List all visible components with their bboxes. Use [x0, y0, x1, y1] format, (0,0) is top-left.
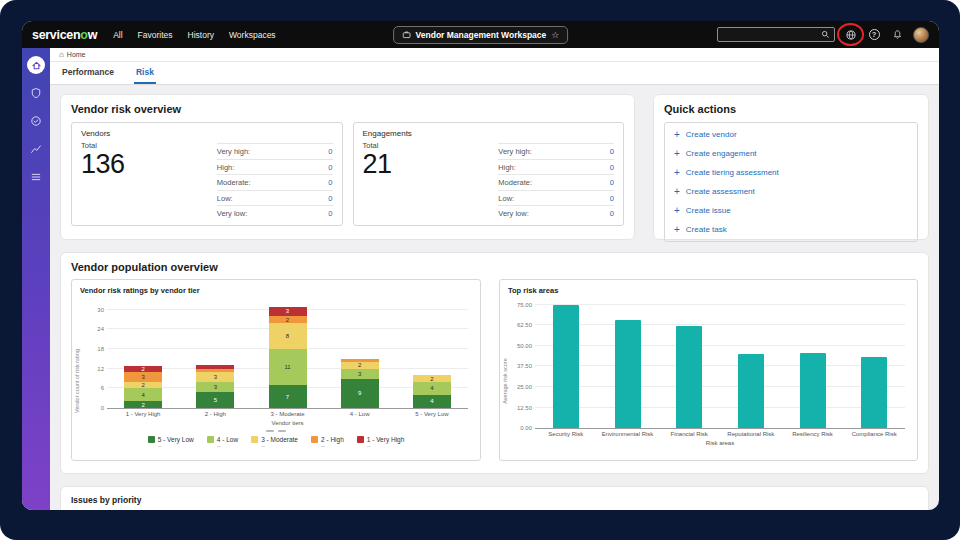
bar-segment[interactable]: 9 — [341, 379, 379, 408]
sidebar-item-analytics[interactable] — [27, 140, 45, 158]
servicenow-logo[interactable]: servicenow — [32, 28, 97, 42]
risk-level-value[interactable]: 0 — [610, 178, 614, 187]
quick-action-create-task[interactable]: +Create task — [665, 220, 917, 239]
x-tick-labels: 1 - Very High2 - High3 - Moderate4 - Low… — [107, 411, 468, 417]
section-title: Vendor risk overview — [71, 103, 624, 115]
legend-swatch — [311, 436, 318, 443]
risk-level-value[interactable]: 0 — [610, 209, 614, 218]
bar-segment[interactable]: 8 — [269, 323, 307, 349]
vendor-population-section: Vendor population overview Vendor risk r… — [60, 252, 929, 474]
bar-segment[interactable]: 4 — [413, 382, 451, 395]
top-header: servicenow AllFavoritesHistoryWorkspaces… — [22, 21, 939, 48]
stat-card-label: Engagements — [363, 129, 615, 138]
risk-area-bar[interactable] — [615, 320, 641, 428]
legend-item[interactable]: 5 - Very Low-- — [148, 436, 194, 451]
risk-level-value[interactable]: 0 — [328, 194, 332, 203]
total-value: 21 — [363, 150, 392, 178]
x-tick-label: 5 - Very Low — [396, 411, 468, 417]
risk-area-bar[interactable] — [676, 326, 702, 428]
home-icon[interactable]: ⌂ — [59, 51, 64, 59]
plus-icon: + — [674, 130, 680, 140]
legend-swatch — [251, 436, 258, 443]
risk-level-rows: Very high:0High:0Moderate:0Low:0Very low… — [217, 143, 333, 221]
quick-action-create-vendor[interactable]: +Create vendor — [665, 125, 917, 144]
bar-segment[interactable]: 3 — [124, 372, 162, 382]
search-input[interactable] — [717, 27, 835, 42]
x-tick-label: 1 - Very High — [107, 411, 179, 417]
avatar[interactable] — [913, 27, 929, 43]
bar-segment[interactable]: 3 — [196, 372, 234, 382]
stacked-bar[interactable]: 24232 — [124, 366, 162, 408]
vendor-risk-ratings-chart: Vendor risk ratings by vendor tier Vendo… — [71, 279, 481, 461]
notifications-button[interactable] — [890, 28, 904, 42]
risk-area-bar[interactable] — [553, 305, 579, 428]
y-tick-label: 62.50 — [517, 322, 532, 328]
risk-level-value[interactable]: 0 — [610, 147, 614, 156]
charts-row: Vendor risk ratings by vendor tier Vendo… — [71, 279, 918, 461]
risk-level-row: Very high:0 — [498, 143, 614, 159]
nav-item-workspaces[interactable]: Workspaces — [229, 30, 276, 40]
bar-slot: 24232 — [107, 301, 179, 408]
bar-segment[interactable]: 4 — [124, 388, 162, 401]
tab-performance[interactable]: Performance — [60, 62, 116, 84]
legend-item[interactable]: 2 - High-- — [311, 436, 344, 451]
bar-segment[interactable]: 11 — [269, 349, 307, 385]
quick-action-create-engagement[interactable]: +Create engagement — [665, 144, 917, 163]
bar-segment[interactable]: 4 — [413, 395, 451, 408]
bar-segment[interactable]: 3 — [269, 307, 307, 317]
risk-area-bar[interactable] — [738, 354, 764, 428]
legend-item[interactable]: 1 - Very High-- — [357, 436, 405, 451]
nav-item-favorites[interactable]: Favorites — [138, 30, 173, 40]
help-button[interactable]: ? — [867, 28, 881, 42]
bar-segment[interactable]: 3 — [196, 382, 234, 392]
plus-icon: + — [674, 149, 680, 159]
search-icon — [821, 30, 830, 39]
risk-level-value[interactable]: 0 — [610, 194, 614, 203]
quick-action-create-issue[interactable]: +Create issue — [665, 201, 917, 220]
risk-area-bar[interactable] — [861, 357, 887, 428]
risk-level-row: High:0 — [498, 159, 614, 175]
plus-icon: + — [674, 168, 680, 178]
risk-level-row: Moderate:0 — [217, 174, 333, 190]
sidebar — [22, 48, 50, 510]
bar-segment[interactable]: 5 — [196, 392, 234, 408]
stacked-bar[interactable]: 711823 — [269, 307, 307, 408]
x-tick-label: 4 - Low — [324, 411, 396, 417]
risk-area-bar[interactable] — [800, 353, 826, 428]
nav-item-history[interactable]: History — [188, 30, 214, 40]
stacked-bar[interactable]: 442 — [413, 375, 451, 408]
nav-item-all[interactable]: All — [113, 30, 122, 40]
y-tick-label: 18 — [97, 346, 104, 352]
bar-segment[interactable]: 7 — [269, 385, 307, 408]
quick-action-create-tiering-assessment[interactable]: +Create tiering assessment — [665, 163, 917, 182]
legend-swatch — [207, 436, 214, 443]
risk-level-value[interactable]: 0 — [328, 178, 332, 187]
bar-segment[interactable]: 3 — [341, 369, 379, 379]
globe-button[interactable] — [844, 28, 858, 42]
risk-level-value[interactable]: 0 — [328, 163, 332, 172]
risk-level-value[interactable]: 0 — [610, 163, 614, 172]
workspace-switcher[interactable]: Vendor Management Workspace ☆ — [393, 26, 569, 44]
risk-level-value[interactable]: 0 — [328, 147, 332, 156]
legend-label: 4 - Low — [217, 436, 238, 443]
sidebar-item-home[interactable] — [27, 56, 45, 74]
sidebar-item-tasks[interactable] — [27, 112, 45, 130]
breadcrumb-home[interactable]: Home — [67, 51, 86, 58]
plus-icon: + — [674, 225, 680, 235]
stacked-bar[interactable]: 533 — [196, 365, 234, 408]
sidebar-item-lists[interactable] — [27, 168, 45, 186]
quick-actions-section: Quick actions +Create vendor+Create enga… — [653, 94, 929, 240]
quick-action-create-assessment[interactable]: +Create assessment — [665, 182, 917, 201]
legend-item[interactable]: 3 - Moderate-- — [251, 436, 298, 451]
breadcrumb: ⌂ Home — [50, 48, 939, 62]
risk-level-label: Low: — [498, 194, 514, 203]
pagination-dash — [278, 430, 286, 432]
legend-item[interactable]: 4 - Low-- — [207, 436, 238, 451]
tab-risk[interactable]: Risk — [134, 62, 156, 84]
stacked-bar[interactable]: 932 — [341, 359, 379, 408]
sidebar-item-shield[interactable] — [27, 84, 45, 102]
risk-level-value[interactable]: 0 — [328, 209, 332, 218]
favorite-star-icon[interactable]: ☆ — [551, 30, 559, 40]
legend-label: 1 - Very High — [367, 436, 405, 443]
bar-segment[interactable]: 2 — [124, 401, 162, 408]
